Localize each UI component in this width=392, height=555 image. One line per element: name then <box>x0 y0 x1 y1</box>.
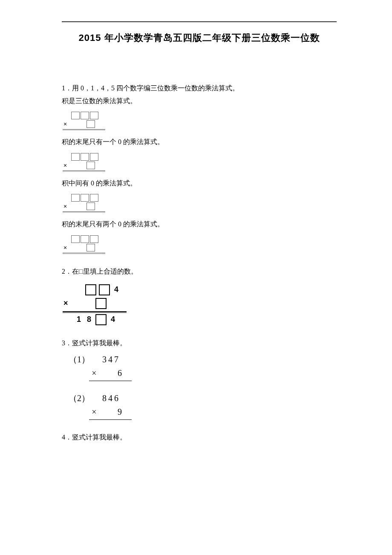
input-box[interactable] <box>81 112 89 119</box>
underline <box>63 171 105 171</box>
q1-sub1: 积是三位数的乘法算式。 <box>62 95 337 107</box>
content-block: 1．用 0，1，4，5 四个数字编三位数乘一位数的乘法算式。 积是三位数的乘法算… <box>62 83 337 443</box>
times-sign: × <box>63 202 71 211</box>
q3-number: 3． <box>62 339 72 347</box>
document-page: 2015 年小学数学青岛五四版二年级下册三位数乘一位数 1．用 0，1，4，5 … <box>0 0 392 555</box>
input-box[interactable] <box>90 112 98 119</box>
q1-sub3: 积中间有 0 的乘法算式。 <box>62 178 337 189</box>
underline <box>89 419 132 420</box>
times-sign: × <box>90 366 98 380</box>
input-box[interactable] <box>71 194 80 202</box>
multiplicand: 846 <box>98 391 124 405</box>
q1-number: 1． <box>62 84 72 92</box>
q4-number: 4． <box>62 434 72 441</box>
times-sign: × <box>63 243 71 252</box>
underline-shadow <box>63 212 105 213</box>
page-title: 2015 年小学数学青岛五四版二年级下册三位数乘一位数 <box>62 32 337 44</box>
times-sign: × <box>90 405 98 419</box>
underline <box>89 381 132 381</box>
times-sign: × <box>63 119 71 129</box>
underline-shadow <box>63 171 105 172</box>
input-box[interactable] <box>99 284 110 295</box>
q1-sub2-frame: × <box>63 153 105 172</box>
input-box[interactable] <box>81 194 89 202</box>
q1-text: 用 0，1，4，5 四个数字编三位数乘一位数的乘法算式。 <box>72 84 239 92</box>
underline <box>63 129 105 130</box>
q3-item-2: （2） 846 × 9 <box>69 391 132 420</box>
q1-sub1-frame: × <box>63 111 105 130</box>
q2-number: 2． <box>62 268 72 275</box>
input-box[interactable] <box>81 153 89 161</box>
digit-4: 4 <box>111 283 121 296</box>
input-box[interactable] <box>90 153 98 161</box>
q1-sub3-frame: × <box>63 194 105 213</box>
input-box[interactable] <box>90 194 98 202</box>
multiplier: 9 <box>115 405 124 419</box>
multiplicand: 347 <box>98 353 124 366</box>
q2-prompt: 2．在□里填上合适的数。 <box>62 266 337 277</box>
input-box[interactable] <box>71 235 80 243</box>
q2-text: 在□里填上合适的数。 <box>72 268 138 275</box>
q1-sub4-frame: × <box>63 235 105 254</box>
q1-sub4: 积的末尾只有两个 0 的乘法算式。 <box>62 219 337 230</box>
q3-item-1-label: （1） <box>69 353 90 366</box>
input-box[interactable] <box>85 284 96 295</box>
input-box[interactable] <box>86 244 95 251</box>
input-box[interactable] <box>95 298 107 309</box>
q3-item-2-label: （2） <box>69 391 90 405</box>
underline-shadow <box>63 130 105 130</box>
q2-fill: 4 × 1 8 4 <box>63 283 127 327</box>
input-box[interactable] <box>81 235 89 243</box>
input-box[interactable] <box>86 162 95 169</box>
input-box[interactable] <box>71 112 80 119</box>
times-sign: × <box>63 161 71 170</box>
input-box[interactable] <box>71 153 80 161</box>
times-sign: × <box>63 297 74 309</box>
q1-sub2: 积的末尾只有一个 0 的乘法算式。 <box>62 136 337 147</box>
underline <box>63 211 105 212</box>
input-box[interactable] <box>95 314 107 325</box>
q4-prompt: 4．竖式计算我最棒。 <box>62 432 337 443</box>
q3-text: 竖式计算我最棒。 <box>72 339 127 347</box>
q1-prompt: 1．用 0，1，4，5 四个数字编三位数乘一位数的乘法算式。 <box>62 83 337 94</box>
underline-shadow <box>63 254 105 254</box>
q4-text: 竖式计算我最棒。 <box>72 434 127 441</box>
input-box[interactable] <box>86 120 95 128</box>
input-box[interactable] <box>86 202 95 210</box>
q3-prompt: 3．竖式计算我最棒。 <box>62 338 337 349</box>
header-rule <box>62 21 337 22</box>
digit-4: 4 <box>108 313 118 326</box>
input-box[interactable] <box>90 235 98 243</box>
q3-item-1: （1） 347 × 6 <box>69 353 132 381</box>
digit-1: 1 <box>74 313 84 326</box>
multiplier: 6 <box>115 366 124 380</box>
underline <box>63 253 105 253</box>
digit-8: 8 <box>84 313 94 326</box>
underline <box>63 311 127 312</box>
